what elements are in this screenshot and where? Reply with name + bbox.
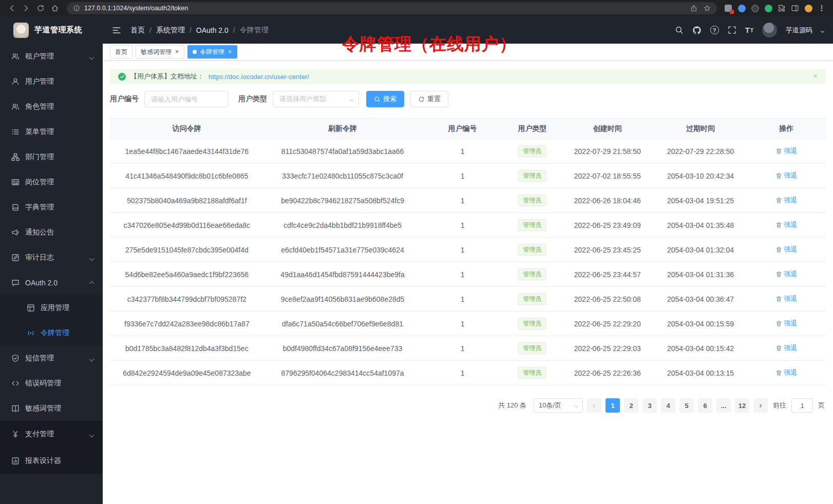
extension-icon-2[interactable] [735,2,748,14]
github-icon[interactable] [692,26,702,35]
force-logout-button[interactable]: 强退 [775,343,797,353]
sidebar-item-report-designer[interactable]: 报表设计器 [0,448,103,474]
table-row: 54d6be82ee5a460a9aedc1f9bf223656 49d1aa4… [110,262,826,287]
page-button-1[interactable]: 1 [605,398,620,413]
chevron-down-icon[interactable] [821,29,824,32]
sidebar-toggle-icon[interactable] [112,26,121,35]
extension-icon-3[interactable] [749,2,761,14]
sidebar-item-sms[interactable]: 短信管理 [0,345,103,371]
reset-button[interactable]: 重置 [410,91,448,107]
goto-page-input[interactable] [791,398,813,413]
sidebar-item-menu[interactable]: 菜单管理 [0,119,103,144]
breadcrumb-oauth[interactable]: OAuth 2.0 [196,26,229,34]
sidebar-item-dict[interactable]: 字典管理 [0,195,103,220]
page-content: 【用户体系】文档地址： https://doc.iocoder.cn/user-… [103,61,833,504]
share-icon[interactable] [690,5,697,12]
force-logout-button[interactable]: 强退 [775,294,797,303]
chevron-down-icon [89,256,94,261]
forward-button[interactable] [20,2,33,15]
goto-label: 前往 [773,401,786,410]
search-button[interactable]: 搜索 [366,91,404,107]
page-button-6[interactable]: 6 [698,398,712,413]
force-logout-button[interactable]: 强退 [775,269,797,279]
trash-icon [775,148,782,154]
page-button-3[interactable]: 3 [642,398,657,413]
sidebar-item-tenant[interactable]: 租户管理 [0,44,103,69]
back-button[interactable] [5,2,18,15]
oauth-icon [11,279,20,287]
user-avatar[interactable] [762,23,777,37]
sidebar-item-token-management[interactable]: 令牌管理 [0,320,103,345]
tab-sensitive-word[interactable]: 敏感词管理× [136,45,184,59]
side-panel-icon[interactable] [789,2,801,14]
bookmark-star-icon[interactable] [704,5,711,12]
sms-icon [11,354,20,362]
sidebar-item-dept[interactable]: 部门管理 [0,144,103,169]
sidebar-item-oauth[interactable]: OAuth 2.0 [0,270,103,295]
doc-link[interactable]: https://doc.iocoder.cn/user-center/ [209,73,309,81]
breadcrumb: 首页 / 系统管理 / OAuth 2.0 / 令牌管理 [130,26,269,35]
browser-menu-icon[interactable]: ⋮ [816,2,828,14]
page-button-2[interactable]: 2 [624,398,638,413]
force-logout-button[interactable]: 强退 [775,146,797,156]
audit-log-icon [11,254,20,262]
sidebar-item-role[interactable]: 角色管理 [0,94,103,119]
site-info-icon[interactable] [73,5,80,12]
fullscreen-icon[interactable] [728,26,736,34]
breadcrumb-system[interactable]: 系统管理 [156,26,185,35]
browser-profile-avatar[interactable] [802,2,815,14]
chevron-up-icon [89,281,94,286]
force-logout-button[interactable]: 强退 [775,245,797,254]
close-icon[interactable]: × [175,49,179,55]
home-button[interactable] [48,2,62,15]
force-logout-button[interactable]: 强退 [775,368,797,377]
address-bar[interactable]: 127.0.0.1:1024/system/oauth2/token [67,2,717,14]
font-size-icon[interactable]: TT [745,26,753,34]
user-type-select[interactable]: 请选择用户类型 [273,91,359,107]
sidebar-item-app-management[interactable]: 应用管理 [0,295,103,320]
sidebar-item-notice[interactable]: 通知公告 [0,220,103,245]
user-type-badge: 管理员 [518,145,546,158]
trash-icon [775,271,782,278]
table-row: 6d842e2924594de9a09e45e087323abe 8796295… [110,361,826,385]
next-page-button[interactable]: › [753,398,768,413]
force-logout-button[interactable]: 强退 [775,319,797,328]
force-logout-button[interactable]: 强退 [775,196,797,205]
page-size-select[interactable]: 10条/页 [534,398,583,413]
force-logout-button[interactable]: 强退 [775,171,797,180]
page-button-5[interactable]: 5 [679,398,694,413]
extension-icon-1[interactable] [722,2,734,14]
sidebar-item-audit-log[interactable]: 审计日志 [0,245,103,270]
page-button-12[interactable]: 12 [735,398,749,413]
user-type-badge: 管理员 [518,293,546,305]
sidebar-item-error-code[interactable]: 错误码管理 [0,371,103,396]
sidebar-item-user[interactable]: 用户管理 [0,69,103,94]
page-ellipsis[interactable]: ... [716,398,731,413]
search-icon[interactable] [675,26,684,34]
org-tree-icon [11,153,20,161]
sidebar-item-sensitive-word[interactable]: 敏感词管理 [0,396,103,421]
force-logout-button[interactable]: 强退 [775,220,797,229]
breadcrumb-home[interactable]: 首页 [130,26,145,35]
user-name[interactable]: 芋道源码 [786,26,812,35]
trash-icon [775,246,782,253]
sidebar-item-post[interactable]: 岗位管理 [0,169,103,195]
prev-page-button[interactable]: ‹ [587,398,601,413]
tab-home[interactable]: 首页 [110,45,132,59]
sidebar-item-payment[interactable]: 支付管理 [0,421,103,448]
page-button-4[interactable]: 4 [661,398,675,413]
close-icon[interactable]: × [228,49,232,55]
app-logo[interactable]: 芋道管理系统 [0,16,103,44]
user-type-badge: 管理员 [518,195,546,207]
tab-token-management[interactable]: 令牌管理× [187,45,237,59]
sidebar: 芋道管理系统 租户管理 用户管理 角色管理 菜单管理 [0,16,103,504]
extensions-puzzle-icon[interactable] [775,2,788,14]
role-icon [11,103,20,111]
tenant-icon [11,52,20,61]
refresh-button[interactable] [34,2,47,15]
goto-suffix: 页 [818,401,825,410]
extension-icon-4[interactable] [762,2,774,14]
user-id-input[interactable] [144,91,228,107]
help-icon[interactable]: ? [710,26,719,34]
close-icon[interactable]: × [813,72,818,81]
